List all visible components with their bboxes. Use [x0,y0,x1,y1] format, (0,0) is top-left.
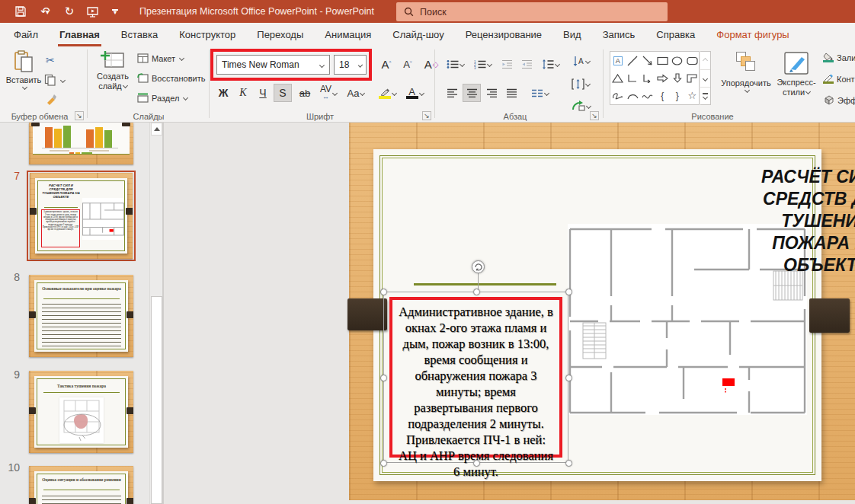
shape-scribble[interactable] [610,87,626,104]
resize-handle-top-right[interactable] [565,289,572,295]
tab-shape-format[interactable]: Формат фигуры [706,23,799,46]
slide-title[interactable]: РАСЧЁТ СИЛ И СРЕДСТВ ДЛЯ ТУШЕНИЯ ПОЖАРА … [730,166,855,276]
increase-indent-button[interactable] [517,55,536,73]
highlight-color-button[interactable] [375,84,399,102]
quick-styles-button[interactable]: Экспресс- стили [773,51,820,97]
resize-handle-bottom-center[interactable] [473,460,480,467]
tab-record[interactable]: Запись [592,23,646,46]
quick-styles-dropdown-icon[interactable] [805,89,811,94]
save-icon[interactable] [9,0,32,23]
clipboard-dialog-launcher-icon[interactable]: ↘ [75,111,84,120]
slide-canvas[interactable]: РАСЧЁТ СИЛ И СРЕДСТВ ДЛЯ ТУШЕНИЯ ПОЖАРА … [349,123,855,500]
undo-dropdown-icon[interactable]: ▾ [46,8,50,16]
tab-review[interactable]: Рецензирование [455,23,552,46]
textbox-body-text[interactable]: Административное здание, в окнах 2-ого э… [392,300,559,480]
resize-handle-middle-right[interactable] [565,375,572,381]
copy-button[interactable] [44,74,65,86]
tab-help[interactable]: Справка [645,23,706,46]
shapes-gallery[interactable]: A { } ☆ [610,51,700,105]
thumbnail-scrollbar[interactable] [149,123,162,504]
columns-dropdown-icon[interactable] [543,90,549,95]
tab-design[interactable]: Конструктор [168,23,246,46]
tab-home[interactable]: Главная [49,23,110,46]
shape-fill-button[interactable]: Зали [823,53,855,62]
numbering-button[interactable]: 123 [470,55,495,73]
shape-corner[interactable] [685,69,700,87]
shape-left-brace[interactable]: { [655,87,671,104]
align-left-button[interactable] [443,84,461,102]
justify-button[interactable] [502,84,520,102]
arrange-button[interactable]: Упорядочить [719,51,773,92]
font-name-dropdown-icon[interactable] [319,62,325,68]
columns-button[interactable] [527,84,552,102]
shape-elbow-connector[interactable] [626,69,641,87]
layout-dropdown-icon[interactable] [179,56,184,61]
font-color-button[interactable]: А [402,84,427,102]
bullets-button[interactable] [443,55,467,73]
resize-handle-bottom-left[interactable] [380,460,387,467]
thumbnail-slide-7[interactable]: РАСЧЁТ СИЛ И СРЕДСТВ ДЛЯ ТУШЕНИЯ ПОЖАРА … [30,173,133,259]
gallery-more-icon[interactable] [700,87,710,104]
shape-elbow-arrow-connector[interactable] [640,69,655,87]
section-button[interactable]: Раздел [137,93,187,103]
shape-star[interactable]: ☆ [685,87,700,104]
arrange-dropdown-icon[interactable] [744,88,749,93]
cut-button[interactable]: ✂ [46,54,55,66]
shape-textbox[interactable]: A [610,52,626,69]
clear-formatting-button[interactable]: A◇ [421,55,442,73]
tab-transitions[interactable]: Переходы [246,23,314,46]
smartart-dropdown-icon[interactable] [585,103,591,108]
layout-button[interactable]: Макет [137,53,184,63]
change-case-button[interactable]: Aa [344,84,368,102]
font-size-dropdown-icon[interactable] [358,62,363,67]
shape-outline-button[interactable]: Конт [823,74,855,84]
resize-handle-top-center[interactable] [473,289,480,295]
font-name-combo[interactable] [216,55,330,75]
text-shadow-button[interactable]: S [274,84,292,102]
italic-button[interactable]: K [234,84,252,102]
tab-slideshow[interactable]: Слайд-шоу [382,23,454,46]
tab-file[interactable]: Файл [3,23,49,46]
tab-view[interactable]: Вид [552,23,592,46]
resize-handle-top-left[interactable] [380,289,387,295]
align-text-button[interactable] [565,75,596,93]
paste-dropdown-icon[interactable] [21,85,27,90]
font-dialog-launcher-icon[interactable]: ↘ [422,111,431,120]
thumbnail-slide-8[interactable]: Основные показатели при оценке пожара [29,275,133,357]
undo-icon[interactable]: ↶▾ [32,0,58,23]
align-text-dropdown-icon[interactable] [585,81,591,86]
gallery-scroll-up-icon[interactable] [700,52,710,69]
start-slideshow-icon[interactable] [81,0,104,23]
reset-button[interactable]: Восстановить [137,73,205,83]
customize-qat-icon[interactable]: ▾ [104,0,126,23]
tab-insert[interactable]: Вставка [110,23,168,46]
grow-font-button[interactable]: Aˆ [376,55,396,73]
change-case-dropdown-icon[interactable] [360,90,365,95]
new-slide-dropdown-icon[interactable] [123,83,128,88]
copy-dropdown-icon[interactable] [60,77,66,82]
spacing-dropdown-icon[interactable] [332,90,338,95]
bold-button[interactable]: Ж [214,84,232,102]
shape-rounded-rectangle[interactable] [685,52,700,69]
decrease-indent-button[interactable] [498,55,516,73]
thumbnail-slide-10[interactable]: Оценка ситуации и обоснование решения [29,466,133,504]
shape-curve[interactable] [640,87,655,104]
redo-icon[interactable]: ↻ [58,0,81,23]
new-slide-button[interactable]: Создать слайд [93,50,133,91]
align-right-button[interactable] [482,84,501,102]
resize-handle-middle-left[interactable] [380,375,387,381]
bullets-dropdown-icon[interactable] [459,61,464,66]
shape-down-arrow[interactable] [670,69,685,87]
shrink-font-button[interactable]: Aˇ [398,55,418,73]
character-spacing-button[interactable]: AV↔ [316,84,341,102]
shape-arc[interactable] [626,87,641,104]
thumbnail-slide-6[interactable] [29,123,133,164]
shape-line[interactable] [626,52,641,69]
rotate-handle-icon[interactable] [472,260,485,273]
shape-rectangle[interactable] [655,52,671,69]
resize-handle-bottom-right[interactable] [565,460,572,467]
shape-right-brace[interactable]: } [670,87,685,104]
scrollbar-thumb[interactable] [151,296,162,504]
font-size-combo[interactable] [334,55,367,75]
line-spacing-dropdown-icon[interactable] [554,61,559,66]
